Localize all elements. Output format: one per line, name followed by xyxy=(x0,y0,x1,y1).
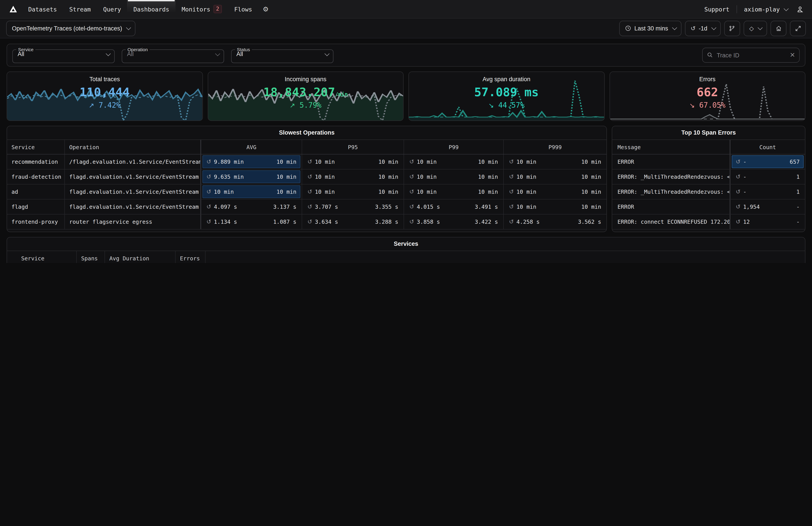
history-icon[interactable]: ↺ xyxy=(509,188,514,195)
duration-cell-inner: ↺10 min10 min xyxy=(303,185,402,198)
duration-cell: ↺9.635 min10 min xyxy=(201,169,302,184)
duration-left: ↺3.707 s xyxy=(307,203,338,210)
nav-label: Monitors xyxy=(182,5,210,13)
table-row[interactable]: recommendation/flagd.evaluation.v1.Servi… xyxy=(7,154,607,169)
column-header-empty xyxy=(205,251,805,263)
nav-item-monitors[interactable]: Monitors 2 xyxy=(175,0,228,18)
history-icon[interactable]: ↺ xyxy=(307,188,312,195)
support-link[interactable]: Support xyxy=(697,5,737,13)
panel-title: Services xyxy=(7,238,805,251)
duration-value-left: 10 min xyxy=(517,158,536,165)
duration-cell-inner: ↺9.635 min10 min xyxy=(202,170,300,183)
kpi-title: Errors xyxy=(610,72,805,83)
kpi-title: Total traces xyxy=(7,72,202,83)
service-filter[interactable]: Service All xyxy=(12,47,115,63)
history-icon[interactable]: ↺ xyxy=(736,173,741,180)
table-row[interactable]: ERROR↺1,954- xyxy=(612,199,805,214)
history-icon[interactable]: ↺ xyxy=(307,158,312,165)
table-row[interactable]: fraud-detectionflagd.evaluation.v1.Servi… xyxy=(7,169,607,184)
duration-cell-inner: ↺10 min10 min xyxy=(303,170,402,183)
history-icon[interactable]: ↺ xyxy=(509,173,514,180)
chevron-down-icon xyxy=(711,25,716,30)
panel-title: Top 10 Span Errors xyxy=(612,126,805,140)
error-message-cell: ERROR: _MultiThreadedRendezvous: <_M… xyxy=(612,169,730,184)
table-row[interactable]: ERROR: _MultiThreadedRendezvous: <_M…↺-1 xyxy=(612,169,805,184)
service-cell: frontend-proxy xyxy=(7,214,65,229)
duration-cell: ↺10 min10 min xyxy=(504,199,607,214)
nav-item-datasets[interactable]: Datasets xyxy=(22,0,63,18)
dashboard-selector[interactable]: OpenTelemetry Traces (otel-demo-traces) xyxy=(6,20,135,36)
history-icon[interactable]: ↺ xyxy=(736,158,741,165)
fullscreen-button[interactable] xyxy=(790,20,806,36)
duration-value-right: 3.355 s xyxy=(375,203,398,210)
duration-value-left: 10 min xyxy=(315,173,335,180)
axiom-logo[interactable] xyxy=(4,0,22,18)
settings-gear-icon[interactable]: ⚙ xyxy=(258,0,273,18)
table-row[interactable]: flagdflagd.evaluation.v1.Service/EventSt… xyxy=(7,199,607,214)
table-row[interactable]: frontend-proxyrouter flagservice egress↺… xyxy=(7,214,607,229)
history-icon[interactable]: ↺ xyxy=(736,218,741,225)
time-range-label: Last 30 mins xyxy=(634,25,668,31)
nav-label: Dashboards xyxy=(133,5,169,13)
annotations-button[interactable]: ◇ xyxy=(743,20,767,36)
history-icon[interactable]: ↺ xyxy=(409,203,414,210)
history-icon[interactable]: ↺ xyxy=(206,203,211,210)
history-icon[interactable]: ↺ xyxy=(736,203,741,210)
history-icon[interactable]: ↺ xyxy=(409,188,414,195)
compare-against-button[interactable]: ↺ -1d xyxy=(685,20,721,36)
nav-item-dashboards[interactable]: Dashboards xyxy=(127,0,176,18)
history-icon[interactable]: ↺ xyxy=(307,203,312,210)
history-icon[interactable]: ↺ xyxy=(206,158,211,165)
duration-cell: ↺1.134 s1.087 s xyxy=(201,214,302,229)
history-icon[interactable]: ↺ xyxy=(409,173,414,180)
home-button[interactable] xyxy=(770,20,786,36)
version-history-button[interactable] xyxy=(724,20,740,36)
clear-icon[interactable]: × xyxy=(790,51,795,59)
history-icon[interactable]: ↺ xyxy=(206,218,211,225)
history-icon[interactable]: ↺ xyxy=(409,158,414,165)
nav-item-flows[interactable]: Flows xyxy=(228,0,258,18)
history-icon[interactable]: ↺ xyxy=(307,173,312,180)
duration-value-left: 4.258 s xyxy=(517,218,540,225)
org-menu[interactable]: axiom-play xyxy=(737,5,794,13)
duration-left: ↺10 min xyxy=(509,188,536,195)
history-icon[interactable]: ↺ xyxy=(206,173,211,180)
table-header-row: MessageCount xyxy=(612,140,805,154)
duration-cell: ↺4.097 s3.137 s xyxy=(201,199,302,214)
duration-cell-inner: ↺10 min10 min xyxy=(505,155,605,168)
history-icon[interactable]: ↺ xyxy=(307,218,312,225)
nav-item-query[interactable]: Query xyxy=(97,0,127,18)
history-icon[interactable]: ↺ xyxy=(206,188,211,195)
table-row[interactable]: ERROR↺-657 xyxy=(612,154,805,169)
service-filter-value: All xyxy=(18,51,24,57)
table-row[interactable]: ERROR: _MultiThreadedRendezvous: <_M…↺-1 xyxy=(612,184,805,199)
history-icon[interactable]: ↺ xyxy=(509,203,514,210)
duration-value-right: 10 min xyxy=(277,188,296,195)
user-menu[interactable] xyxy=(794,5,806,13)
duration-left: ↺1.134 s xyxy=(206,218,237,225)
chevron-down-icon xyxy=(106,51,111,56)
duration-left: ↺10 min xyxy=(307,188,335,195)
duration-cell: ↺3.634 s3.288 s xyxy=(302,214,404,229)
duration-cell-inner: ↺10 min10 min xyxy=(505,200,605,213)
table-row[interactable]: adflagd.evaluation.v1.Service/EventStrea… xyxy=(7,184,607,199)
column-header-count: Count xyxy=(730,140,805,154)
history-icon[interactable]: ↺ xyxy=(736,188,741,195)
time-range-button[interactable]: Last 30 mins xyxy=(619,20,681,36)
table-row[interactable]: ERROR: connect ECONNREFUSED 172.20.1…↺12… xyxy=(612,214,805,229)
monitors-count-badge: 2 xyxy=(214,5,222,13)
duration-left: ↺4.097 s xyxy=(206,203,237,210)
duration-cell-inner: ↺-1 xyxy=(732,170,803,183)
duration-value-right: 3.422 s xyxy=(475,218,498,225)
duration-cell: ↺4.258 s3.562 s xyxy=(504,214,607,229)
trace-id-input[interactable] xyxy=(702,48,800,63)
history-icon[interactable]: ↺ xyxy=(509,158,514,165)
operation-filter[interactable]: Operation All xyxy=(122,47,224,63)
status-filter[interactable]: Status All xyxy=(231,47,333,63)
history-icon[interactable]: ↺ xyxy=(509,218,514,225)
panel-title: Slowest Operations xyxy=(7,126,607,140)
history-icon[interactable]: ↺ xyxy=(409,218,414,225)
duration-value-right: 1 xyxy=(796,188,800,195)
diamond-icon: ◇ xyxy=(749,25,754,32)
nav-item-stream[interactable]: Stream xyxy=(63,0,97,18)
